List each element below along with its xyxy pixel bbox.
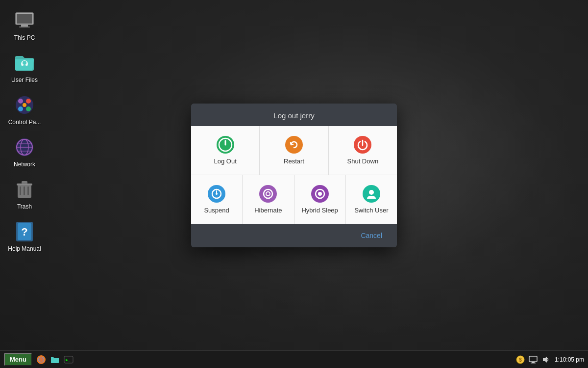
svg-text:$: $ bbox=[519, 357, 522, 363]
svg-point-43 bbox=[318, 192, 322, 196]
taskbar-clock: 1:10:05 pm bbox=[555, 356, 584, 363]
dialog-footer: Cancel bbox=[191, 224, 397, 247]
svg-rect-52 bbox=[529, 356, 537, 362]
dialog-body: Log Out Restart bbox=[191, 126, 397, 224]
svg-rect-54 bbox=[531, 363, 536, 364]
taskbar-terminal-icon[interactable]: ▶_ bbox=[63, 354, 74, 366]
log-out-icon bbox=[217, 136, 234, 154]
hibernate-label: Hibernate bbox=[254, 207, 282, 214]
taskbar-files-icon[interactable] bbox=[49, 354, 61, 366]
restart-button[interactable]: Restart bbox=[260, 126, 328, 175]
taskbar-sys-icons: $ bbox=[515, 355, 551, 365]
taskbar-menu-label: Menu bbox=[10, 356, 26, 363]
restart-icon bbox=[285, 136, 303, 154]
log-out-label: Log Out bbox=[214, 158, 237, 165]
svg-point-37 bbox=[216, 193, 218, 195]
switch-user-icon bbox=[363, 185, 380, 203]
dialog-row-1: Log Out Restart bbox=[191, 126, 397, 175]
hibernate-button[interactable]: Hibernate bbox=[243, 175, 294, 224]
switch-user-button[interactable]: Switch User bbox=[346, 175, 397, 224]
suspend-icon bbox=[208, 185, 225, 203]
hybrid-sleep-icon bbox=[311, 185, 329, 203]
modal-overlay: Log out jerry Log Out bbox=[0, 0, 588, 350]
switch-user-label: Switch User bbox=[354, 207, 388, 214]
svg-marker-55 bbox=[543, 357, 547, 363]
taskbar-firefox-icon[interactable] bbox=[35, 354, 47, 366]
svg-point-38 bbox=[260, 186, 276, 202]
shut-down-label: Shut Down bbox=[347, 158, 379, 165]
taskbar-app-icons: ▶_ bbox=[35, 354, 74, 366]
logout-dialog: Log out jerry Log Out bbox=[191, 104, 397, 247]
svg-rect-53 bbox=[532, 362, 535, 363]
log-out-button[interactable]: Log Out bbox=[191, 126, 260, 175]
taskbar: Menu ▶_ bbox=[0, 350, 588, 368]
dialog-title: Log out jerry bbox=[273, 111, 314, 120]
desktop: This PC User Files bbox=[0, 0, 588, 368]
hybrid-sleep-button[interactable]: Hybrid Sleep bbox=[294, 175, 346, 224]
dialog-header: Log out jerry bbox=[191, 104, 397, 126]
svg-point-45 bbox=[369, 190, 374, 195]
suspend-label: Suspend bbox=[204, 207, 229, 214]
taskbar-volume-icon[interactable] bbox=[541, 355, 551, 365]
shut-down-button[interactable]: Shut Down bbox=[329, 126, 397, 175]
taskbar-coin-icon[interactable]: $ bbox=[515, 355, 525, 365]
restart-label: Restart bbox=[284, 158, 304, 165]
taskbar-menu-button[interactable]: Menu bbox=[4, 353, 32, 366]
shut-down-icon bbox=[354, 136, 371, 154]
hybrid-sleep-label: Hybrid Sleep bbox=[301, 207, 338, 214]
suspend-button[interactable]: Suspend bbox=[191, 175, 243, 224]
taskbar-screen-icon[interactable] bbox=[528, 355, 538, 365]
cancel-button[interactable]: Cancel bbox=[356, 229, 387, 242]
hibernate-icon bbox=[259, 185, 277, 203]
taskbar-right: $ 1:10:05 pm bbox=[515, 355, 584, 365]
svg-text:▶_: ▶_ bbox=[66, 358, 71, 362]
dialog-row-2: Suspend Hibernate bbox=[191, 175, 397, 224]
svg-point-31 bbox=[286, 137, 302, 153]
